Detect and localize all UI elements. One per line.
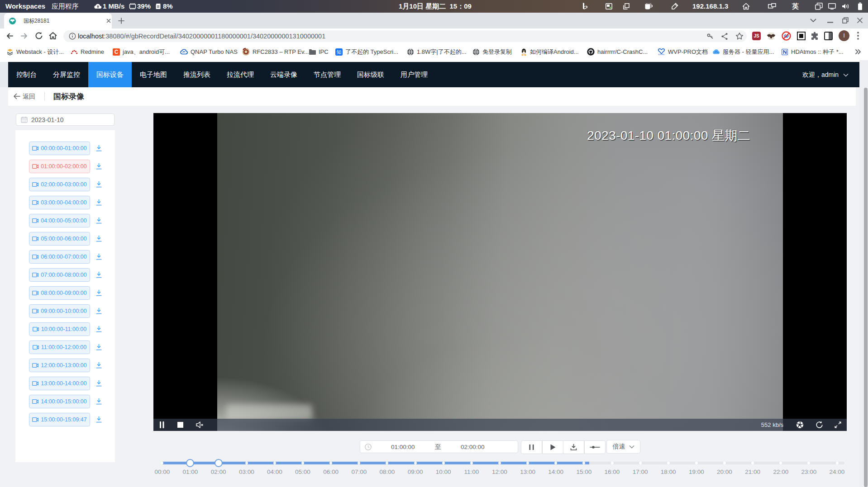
svg-text:WVP-PRO: WVP-PRO — [658, 54, 665, 56]
